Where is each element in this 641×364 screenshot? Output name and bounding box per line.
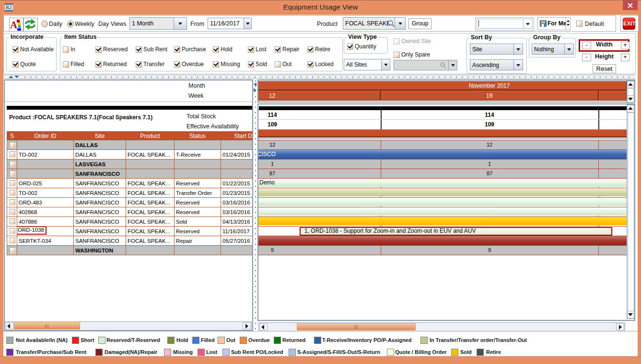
- svg-text:A: A: [10, 19, 18, 31]
